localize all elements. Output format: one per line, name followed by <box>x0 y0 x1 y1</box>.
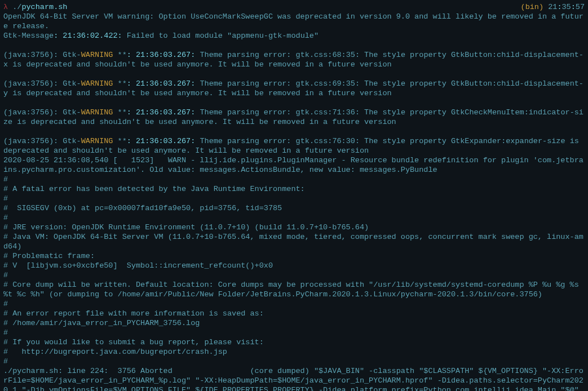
warn-1-tag: WARNING <box>81 79 113 88</box>
bin-label: bin <box>525 3 539 11</box>
crash-6: # Java VM: OpenJDK 64-Bit Server VM (11.… <box>3 233 583 251</box>
gtk-message-label: Gtk-Message <box>3 32 54 40</box>
cmd-prefix: ./ <box>12 3 21 11</box>
crash-1: # A fatal error has been detected by the… <box>3 185 305 193</box>
crash-10: # Core dump will be written. Default loc… <box>3 281 583 299</box>
prompt-right: (bin) 21:35:57 <box>521 2 585 12</box>
crash-8: # V [libjvm.so+0xcbfe50] Symbol::increme… <box>3 261 273 270</box>
cmd: pycharm.sh <box>21 3 67 11</box>
crash-14: # <box>3 328 8 337</box>
prompt-symbol: λ <box>3 3 8 11</box>
crash-0: # <box>3 175 8 184</box>
crash-9: # <box>3 271 8 279</box>
terminal-output: (bin) 21:35:57λ ./pycharm.sh OpenJDK 64-… <box>3 2 585 391</box>
clock-h: 21 <box>548 3 557 11</box>
line-jvm-warning: OpenJDK 64-Bit Server VM warning: Option… <box>3 12 583 30</box>
crash-3: # SIGSEGV (0xb) at pc=0x00007fad10fa9e50… <box>3 204 282 212</box>
crash-12: # An error report file with more informa… <box>3 309 264 318</box>
plugin-warn: 2020-08-25 21:36:08,540 [ 1523] WARN - l… <box>3 156 583 174</box>
warn-3-pre: (java:3756): Gtk- <box>3 137 81 145</box>
warn-0-pre: (java:3756): Gtk- <box>3 51 81 59</box>
crash-7: # Problematic frame: <box>3 252 95 260</box>
crash-17: # <box>3 357 8 366</box>
clock-s: 57 <box>576 3 585 11</box>
abort-line: ./pycharm.sh: line 224: 3756 Aborted (co… <box>3 367 583 391</box>
clock-sep2: : <box>571 3 576 11</box>
gtk-message-text: Failed to load module "appmenu-gtk-modul… <box>122 32 319 40</box>
clock-m: 35 <box>562 3 571 11</box>
crash-13: # /home/amir/java_error_in_PYCHARM_3756.… <box>3 319 200 327</box>
crash-16: # http://bugreport.java.com/bugreport/cr… <box>3 348 227 356</box>
warn-2-tag: WARNING <box>81 108 113 117</box>
crash-15: # If you would like to submit a bug repo… <box>3 338 264 346</box>
paren-left: ( <box>521 3 525 11</box>
crash-4: # <box>3 214 8 222</box>
crash-5: # JRE version: OpenJDK Runtime Environme… <box>3 223 369 232</box>
crash-2: # <box>3 194 8 203</box>
warn-1-pre: (java:3756): Gtk- <box>3 79 81 88</box>
crash-11: # <box>3 300 8 308</box>
paren-right: ) <box>539 3 543 11</box>
warn-2-pre: (java:3756): Gtk- <box>3 108 81 117</box>
warn-0-tag: WARNING <box>81 51 113 59</box>
warn-3-tag: WARNING <box>81 137 113 145</box>
